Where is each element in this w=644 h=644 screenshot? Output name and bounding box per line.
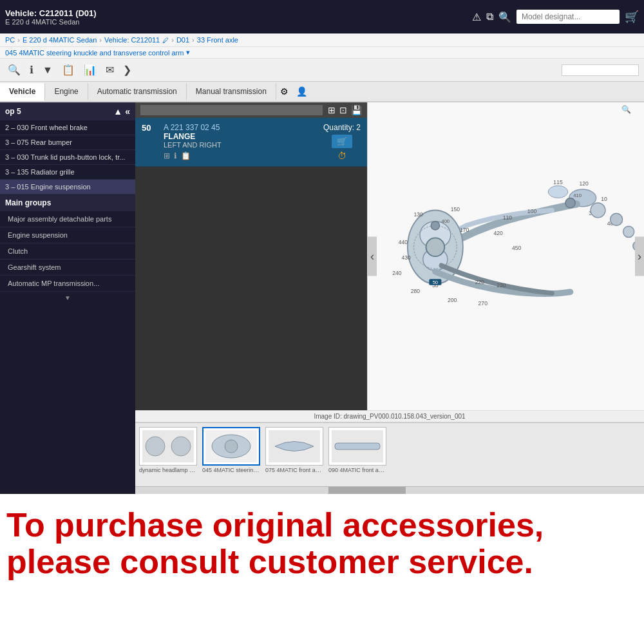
tab-vehicle[interactable]: Vehicle	[0, 83, 45, 101]
breadcrumb-front-axle[interactable]: 33 Front axle	[197, 36, 238, 44]
horizontal-scrollbar[interactable]	[135, 486, 644, 494]
sidebar-item-3[interactable]: 3 – 030 Trunk lid push-button lock, tr..…	[0, 150, 135, 165]
svg-point-38	[611, 213, 623, 225]
print-button[interactable]: 📋	[59, 62, 77, 77]
sidebar-item-5[interactable]: 3 – 015 Engine suspension	[0, 180, 135, 194]
search-bar-placeholder[interactable]	[140, 105, 323, 115]
svg-text:270: 270	[478, 300, 488, 307]
bottom-overlay: To purchase original accessories, please…	[0, 494, 644, 593]
sidebar-double-left-icon[interactable]: «	[125, 106, 130, 117]
dropdown-icon[interactable]: ▾	[186, 48, 190, 57]
breadcrumb: PC › E 220 d 4MATIC Sedan › Vehicle: C21…	[0, 33, 644, 47]
info-button[interactable]: ℹ	[27, 62, 36, 77]
parts-list: ⊞ ⊡ 💾 50 A 221 337 02 45 FLANGE LEFT AND…	[135, 102, 367, 410]
thumbnail-img-4	[328, 427, 386, 466]
toolbar-search-input[interactable]	[562, 64, 639, 76]
sidebar-nav: ▲ «	[113, 106, 130, 117]
breadcrumb-pc[interactable]: PC	[5, 36, 15, 44]
breadcrumb-vehicle[interactable]: E 220 d 4MATIC Sedan	[23, 36, 97, 44]
sidebar-group-major-assembly[interactable]: Major assembly detachable parts	[0, 211, 135, 227]
diagram-scroll-left[interactable]: ‹	[368, 237, 377, 276]
breadcrumb2: 045 4MATIC steering knuckle and transver…	[0, 47, 644, 59]
svg-text:280: 280	[411, 288, 421, 294]
top-bar-actions: ⚠ ⧉ 🔍 🛒	[472, 10, 639, 24]
grid-view-icon[interactable]: ⊞	[328, 105, 336, 115]
zoom-in-button[interactable]: 🔍	[5, 62, 23, 77]
sidebar-section-title: Main groups	[0, 194, 135, 211]
vehicle-icon[interactable]: 🖊	[162, 37, 169, 44]
thumbnail-label-3: 075 4MATIC front axle drive	[265, 467, 323, 473]
part-name: FLANGE	[164, 132, 317, 141]
thumbnail-img-3	[265, 427, 323, 466]
cart-icon[interactable]: 🛒	[625, 10, 639, 24]
sidebar-item-1[interactable]: 2 – 030 Front wheel brake	[0, 120, 135, 135]
copy-icon[interactable]: ⧉	[486, 11, 493, 23]
content-row: ⊞ ⊡ 💾 50 A 221 337 02 45 FLANGE LEFT AND…	[135, 102, 644, 410]
breadcrumb-steering-knuckle[interactable]: 045 4MATIC steering knuckle and transver…	[5, 49, 184, 57]
person-icon[interactable]: 👤	[292, 84, 311, 99]
svg-text:115: 115	[553, 179, 563, 185]
overlay-line1: To purchase original accessories,	[6, 507, 638, 544]
svg-text:240: 240	[392, 270, 402, 276]
sidebar-group-engine-suspension[interactable]: Engine suspension	[0, 227, 135, 243]
sidebar-item-2[interactable]: 3 – 075 Rear bumper	[0, 135, 135, 150]
thumbnail-item-1[interactable]: dynamic headlamp range control closed-lo…	[139, 427, 197, 482]
sidebar-header: op 5 ▲ «	[0, 102, 135, 120]
image-id-text: Image ID: drawing_PV000.010.158.043_vers…	[314, 413, 465, 420]
part-item-50: 50 A 221 337 02 45 FLANGE LEFT AND RIGHT…	[135, 118, 367, 167]
sidebar-up-icon[interactable]: ▲	[113, 106, 122, 117]
thumbnail-item-4[interactable]: 090 4MATIC front axle shaft	[328, 427, 386, 482]
sidebar-group-automatic-mp[interactable]: Automatic MP transmission...	[0, 276, 135, 292]
email-button[interactable]: ✉	[103, 62, 117, 77]
svg-text:420: 420	[493, 230, 503, 236]
thumbnail-label-4: 090 4MATIC front axle shaft	[328, 467, 386, 473]
thumbnail-label-1: dynamic headlamp range control closed-lo…	[139, 467, 197, 473]
thumbnail-strip: dynamic headlamp range control closed-lo…	[135, 422, 644, 486]
sidebar-group-gearshift[interactable]: Gearshift system	[0, 260, 135, 276]
tab-engine[interactable]: Engine	[45, 83, 88, 100]
scrollbar-thumb[interactable]	[328, 487, 406, 494]
save-icon[interactable]: 💾	[351, 105, 362, 115]
model-search-input[interactable]	[516, 10, 620, 24]
thumbnail-item-2[interactable]: 045 4MATIC steering knuckle and transver…	[202, 427, 260, 482]
part-quantity: Quantity: 2	[323, 123, 361, 132]
thumbnail-img-1	[139, 427, 197, 466]
sidebar-item-4[interactable]: 3 – 135 Radiator grille	[0, 165, 135, 180]
part-grid-icon[interactable]: ⊞	[164, 151, 170, 160]
diagram-scroll-right[interactable]: ›	[635, 237, 644, 276]
add-to-cart-button[interactable]: 🛒	[332, 135, 352, 148]
sidebar-title: op 5	[5, 107, 21, 116]
top-bar: Vehicle: C212011 (D01) E 220 d 4MATIC Se…	[0, 0, 644, 33]
grid-button[interactable]: 📊	[81, 62, 99, 77]
filter-button[interactable]: ▼	[40, 63, 55, 77]
breadcrumb-d01[interactable]: D01	[176, 36, 189, 44]
tab-automatic-transmission[interactable]: Automatic transmission	[88, 83, 187, 100]
tab-manual-transmission[interactable]: Manual transmission	[187, 83, 276, 100]
svg-text:230: 230	[497, 282, 506, 289]
warning-icon[interactable]: ⚠	[472, 11, 481, 23]
top-bar-vehicle-info: Vehicle: C212011 (D01) E 220 d 4MATIC Se…	[5, 8, 97, 26]
parts-header-icons: ⊞ ⊡ 💾	[328, 105, 362, 115]
thumbnail-img-2	[202, 427, 260, 466]
part-description: LEFT AND RIGHT	[164, 141, 317, 149]
part-info-icon[interactable]: ℹ	[174, 151, 177, 160]
svg-point-43	[171, 437, 191, 456]
zoom-diagram-button[interactable]: 🔍	[621, 105, 631, 114]
search-icon-top[interactable]: 🔍	[498, 11, 511, 23]
part-extra-icons: ⊞ ℹ 📋	[164, 151, 317, 160]
svg-point-46	[225, 440, 238, 453]
svg-text:100: 100	[527, 208, 537, 214]
thumbnail-item-3[interactable]: 075 4MATIC front axle drive	[265, 427, 323, 482]
breadcrumb-c212011[interactable]: Vehicle: C212011	[104, 36, 160, 44]
sidebar-group-clutch[interactable]: Clutch	[0, 243, 135, 260]
list-view-icon[interactable]: ⊡	[339, 105, 347, 115]
settings-icon[interactable]: ⚙	[276, 84, 292, 99]
part-code: A 221 337 02 45	[164, 123, 317, 132]
chevron-right-button[interactable]: ❯	[120, 62, 134, 77]
overlay-line2: please consult customer service.	[6, 544, 638, 580]
delivery-time-icon[interactable]: ⏱	[337, 151, 346, 161]
svg-text:150: 150	[451, 206, 460, 213]
svg-text:120: 120	[579, 180, 589, 187]
part-doc-icon[interactable]: 📋	[181, 151, 191, 160]
svg-point-37	[591, 203, 605, 218]
